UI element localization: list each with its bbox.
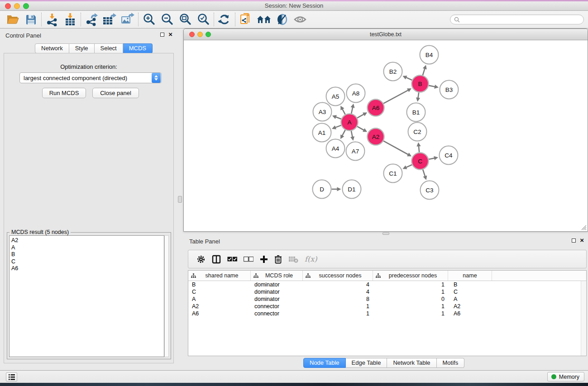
column-header-name[interactable]: name: [448, 271, 492, 281]
table-cell[interactable]: connector: [251, 303, 303, 310]
refresh-icon[interactable]: [215, 12, 234, 27]
table-cell[interactable]: connector: [251, 310, 303, 317]
first-neighbors-icon[interactable]: [255, 12, 273, 27]
export-image-icon[interactable]: [119, 12, 137, 27]
table-cell[interactable]: B: [188, 281, 251, 288]
table-cell[interactable]: 8: [303, 295, 373, 303]
edge-A-A7[interactable]: [351, 131, 353, 137]
result-item[interactable]: A: [11, 244, 164, 252]
import-network-icon[interactable]: [43, 12, 61, 27]
network-close-button[interactable]: [189, 32, 195, 37]
tab-motifs[interactable]: Motifs: [437, 358, 465, 368]
table-cell[interactable]: B: [448, 281, 492, 288]
column-header-shared-name[interactable]: shared name: [188, 271, 251, 281]
table-row[interactable]: A6connector11A6: [188, 310, 586, 317]
tab-mcds[interactable]: MCDS: [123, 43, 153, 53]
delete-columns-icon[interactable]: [274, 253, 282, 266]
vertical-splitter-handle[interactable]: [178, 196, 182, 203]
column-header-MCDS-role[interactable]: MCDS role: [251, 271, 303, 281]
minimize-window-button[interactable]: [14, 3, 20, 9]
table-cell[interactable]: A: [448, 295, 492, 303]
table-cell[interactable]: 1: [303, 303, 373, 310]
horizontal-splitter-handle[interactable]: [382, 232, 389, 235]
zoom-out-icon[interactable]: [158, 12, 176, 27]
select-all-columns-icon[interactable]: [227, 253, 237, 266]
edge-B-B1[interactable]: [418, 92, 419, 98]
run-mcds-button[interactable]: Run MCDS: [42, 88, 86, 98]
edge-C-C3[interactable]: [423, 170, 425, 177]
column-header-predecessor-nodes[interactable]: predecessor nodes: [373, 271, 448, 281]
tab-network[interactable]: Network: [35, 43, 69, 53]
zoom-window-button[interactable]: [23, 3, 29, 9]
close-window-button[interactable]: [5, 3, 11, 9]
table-row[interactable]: Adominator80A: [188, 295, 586, 303]
open-session-icon[interactable]: [4, 12, 22, 27]
table-cell[interactable]: C: [448, 288, 492, 295]
add-column-icon[interactable]: [260, 253, 268, 266]
edge-A-A5[interactable]: [342, 109, 345, 114]
function-builder-icon[interactable]: f(x): [305, 253, 317, 266]
edge-A-A8[interactable]: [351, 107, 353, 114]
table-cell[interactable]: dominator: [251, 295, 303, 303]
zoom-selected-icon[interactable]: [194, 12, 212, 27]
result-item[interactable]: A2: [11, 237, 164, 244]
tab-edge-table[interactable]: Edge Table: [346, 358, 387, 368]
table-row[interactable]: Cdominator41C: [188, 288, 586, 295]
import-table-icon[interactable]: [61, 12, 79, 27]
edge-A-A2[interactable]: [357, 126, 364, 130]
export-table-icon[interactable]: [100, 12, 119, 27]
table-cell[interactable]: 1: [373, 288, 448, 295]
window-resize-grip[interactable]: [581, 224, 587, 230]
tab-select[interactable]: Select: [95, 43, 123, 53]
table-cell[interactable]: A2: [448, 303, 492, 310]
close-table-panel-icon[interactable]: ×: [580, 238, 584, 243]
table-cell[interactable]: 4: [303, 281, 373, 288]
zoom-fit-icon[interactable]: [176, 12, 194, 27]
edge-A2-C[interactable]: [383, 141, 408, 154]
show-columns-icon[interactable]: [212, 253, 221, 266]
table-cell[interactable]: A6: [448, 310, 492, 317]
edge-C-C4[interactable]: [429, 158, 435, 159]
table-cell[interactable]: 4: [303, 288, 373, 295]
optimization-criterion-select[interactable]: largest connected component (directed): [19, 72, 162, 83]
edge-C-C2[interactable]: [419, 146, 419, 152]
export-network-icon[interactable]: [82, 12, 100, 27]
search-field[interactable]: [450, 14, 584, 24]
tab-network-table[interactable]: Network Table: [387, 358, 436, 368]
float-panel-icon[interactable]: [160, 33, 164, 37]
table-cell[interactable]: 1: [303, 310, 373, 317]
graphics-details-icon[interactable]: [273, 12, 291, 27]
tab-style[interactable]: Style: [69, 43, 95, 53]
result-list-scrollbar[interactable]: [164, 235, 169, 357]
table-cell[interactable]: 1: [373, 310, 448, 317]
table-row[interactable]: Bdominator41B: [188, 281, 586, 288]
table-cell[interactable]: 1: [373, 281, 448, 288]
edge-A-A3[interactable]: [335, 117, 341, 119]
edge-C-C1[interactable]: [406, 165, 412, 167]
clone-network-icon[interactable]: [237, 12, 255, 27]
table-cell[interactable]: C: [188, 288, 251, 295]
edge-A-A4[interactable]: [342, 130, 345, 136]
network-minimize-button[interactable]: [197, 32, 203, 37]
delete-table-icon[interactable]: [288, 253, 298, 266]
result-item[interactable]: C: [11, 258, 164, 266]
table-row[interactable]: A2connector11A2: [188, 303, 586, 310]
result-item[interactable]: B: [11, 251, 164, 258]
close-panel-button[interactable]: Close panel: [92, 88, 139, 98]
unselect-all-columns-icon[interactable]: [244, 253, 253, 266]
network-window-titlebar[interactable]: testGlobe.txt: [184, 29, 588, 40]
edge-B-B3[interactable]: [429, 86, 435, 87]
birdseye-icon[interactable]: [291, 12, 309, 27]
table-cell[interactable]: A: [188, 295, 251, 303]
column-header-successor-nodes[interactable]: successor nodes: [303, 271, 373, 281]
edge-B-B2[interactable]: [406, 77, 412, 80]
table-cell[interactable]: 1: [373, 303, 448, 310]
edge-A-A6[interactable]: [357, 114, 364, 118]
memory-button[interactable]: Memory: [547, 372, 584, 381]
table-settings-icon[interactable]: [196, 253, 206, 266]
result-item[interactable]: A6: [11, 265, 164, 272]
task-history-button[interactable]: [6, 372, 17, 381]
network-canvas[interactable]: B4B2BB3B1A5A8A6A3AA1A2C2A4A7C1CC4C3DD1: [184, 40, 587, 231]
table-cell[interactable]: A6: [188, 310, 251, 317]
save-session-icon[interactable]: [22, 12, 40, 27]
